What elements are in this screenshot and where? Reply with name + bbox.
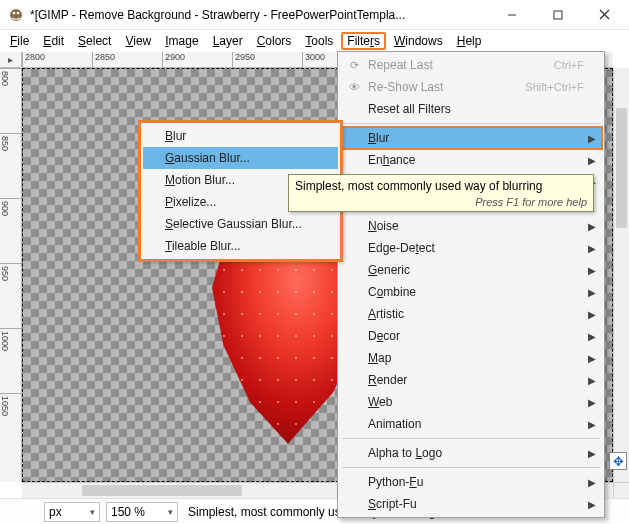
- repeat-icon: ⟳: [346, 57, 362, 73]
- svg-point-1: [13, 11, 16, 14]
- chevron-right-icon: ▶: [588, 375, 596, 386]
- filters-animation[interactable]: Animation▶: [340, 413, 602, 435]
- chevron-right-icon: ▶: [588, 221, 596, 232]
- chevron-right-icon: ▶: [588, 477, 596, 488]
- menu-separator: [342, 123, 600, 124]
- ruler-vertical[interactable]: 80085090095010001050: [0, 68, 22, 482]
- maximize-button[interactable]: [535, 1, 581, 29]
- ruler-corner-toggle[interactable]: ▸: [0, 52, 22, 68]
- menu-windows[interactable]: Windows: [388, 32, 449, 50]
- menu-view[interactable]: View: [119, 32, 157, 50]
- filters-script-fu[interactable]: Script-Fu▶: [340, 493, 602, 515]
- filters-map[interactable]: Map▶: [340, 347, 602, 369]
- tooltip: Simplest, most commonly used way of blur…: [288, 174, 594, 212]
- filters-render[interactable]: Render▶: [340, 369, 602, 391]
- blur-gaussian[interactable]: Gaussian Blur...: [143, 147, 338, 169]
- svg-point-2: [17, 11, 20, 14]
- filters-artistic[interactable]: Artistic▶: [340, 303, 602, 325]
- filters-dropdown: ⟳ Repeat Last Ctrl+F 👁 Re-Show Last Shif…: [337, 51, 605, 518]
- menu-select[interactable]: Select: [72, 32, 117, 50]
- chevron-down-icon: ▾: [168, 507, 173, 517]
- chevron-down-icon: ▾: [90, 507, 95, 517]
- filters-blur[interactable]: Blur ▶: [340, 127, 602, 149]
- menu-layer[interactable]: Layer: [207, 32, 249, 50]
- filters-decor[interactable]: Decor▶: [340, 325, 602, 347]
- chevron-right-icon: ▶: [588, 419, 596, 430]
- menu-image[interactable]: Image: [159, 32, 204, 50]
- chevron-right-icon: ▶: [588, 309, 596, 320]
- app-icon: [8, 7, 24, 23]
- menu-tools[interactable]: Tools: [299, 32, 339, 50]
- chevron-right-icon: ▶: [588, 448, 596, 459]
- unit-selector[interactable]: px▾: [44, 502, 100, 522]
- chevron-right-icon: ▶: [588, 155, 596, 166]
- filters-edge-detect[interactable]: Edge-Detect▶: [340, 237, 602, 259]
- chevron-right-icon: ▶: [588, 353, 596, 364]
- svg-rect-4: [554, 11, 562, 19]
- tooltip-hint: Press F1 for more help: [295, 196, 587, 208]
- filters-enhance[interactable]: Enhance▶: [340, 149, 602, 171]
- minimize-button[interactable]: [489, 1, 535, 29]
- menu-colors[interactable]: Colors: [251, 32, 298, 50]
- navigation-preview-button[interactable]: ✥: [609, 452, 627, 470]
- chevron-right-icon: ▶: [588, 499, 596, 510]
- menu-separator: [342, 467, 600, 468]
- menu-file[interactable]: File: [4, 32, 35, 50]
- menu-edit[interactable]: Edit: [37, 32, 70, 50]
- chevron-right-icon: ▶: [588, 331, 596, 342]
- blur-selective-gaussian[interactable]: Selective Gaussian Blur...: [143, 213, 338, 235]
- blur-tileable[interactable]: Tileable Blur...: [143, 235, 338, 257]
- filters-reshow-last[interactable]: 👁 Re-Show Last Shift+Ctrl+F: [340, 76, 602, 98]
- menu-bar: File Edit Select View Image Layer Colors…: [0, 30, 629, 52]
- filters-generic[interactable]: Generic▶: [340, 259, 602, 281]
- quick-mask-toggle[interactable]: [613, 482, 629, 498]
- scrollbar-vertical[interactable]: [613, 68, 629, 482]
- chevron-right-icon: ▶: [588, 287, 596, 298]
- chevron-right-icon: ▶: [588, 133, 596, 144]
- menu-help[interactable]: Help: [451, 32, 488, 50]
- filters-web[interactable]: Web▶: [340, 391, 602, 413]
- menu-filters[interactable]: Filters: [341, 32, 386, 50]
- close-button[interactable]: [581, 1, 627, 29]
- title-bar: *[GIMP - Remove Background - Strawberry …: [0, 0, 629, 30]
- chevron-right-icon: ▶: [588, 243, 596, 254]
- filters-noise[interactable]: Noise▶: [340, 215, 602, 237]
- tooltip-text: Simplest, most commonly used way of blur…: [295, 179, 587, 193]
- reshow-icon: 👁: [346, 79, 362, 95]
- filters-reset-all[interactable]: Reset all Filters: [340, 98, 602, 120]
- filters-alpha-to-logo[interactable]: Alpha to Logo▶: [340, 442, 602, 464]
- window-title: *[GIMP - Remove Background - Strawberry …: [30, 8, 489, 22]
- blur-blur[interactable]: Blur: [143, 125, 338, 147]
- menu-separator: [342, 438, 600, 439]
- filters-repeat-last[interactable]: ⟳ Repeat Last Ctrl+F: [340, 54, 602, 76]
- chevron-right-icon: ▶: [588, 265, 596, 276]
- filters-python-fu[interactable]: Python-Fu▶: [340, 471, 602, 493]
- zoom-selector[interactable]: 150 %▾: [106, 502, 178, 522]
- filters-combine[interactable]: Combine▶: [340, 281, 602, 303]
- chevron-right-icon: ▶: [588, 397, 596, 408]
